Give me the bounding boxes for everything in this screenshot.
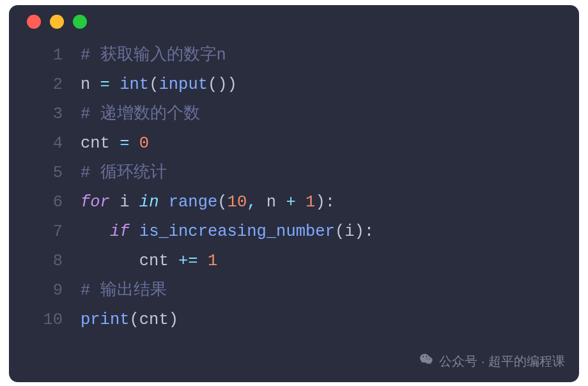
line-number: 5 <box>9 158 81 188</box>
code-content: # 循环统计 <box>81 158 579 188</box>
wechat-icon <box>419 352 434 371</box>
token: input <box>159 75 208 94</box>
token: , <box>247 193 256 212</box>
token <box>296 193 306 212</box>
code-line: 6for i in range(10, n + 1): <box>9 188 579 217</box>
line-number: 3 <box>9 100 81 129</box>
window-titlebar <box>9 5 579 38</box>
code-content: for i in range(10, n + 1): <box>81 188 579 217</box>
token <box>81 222 110 241</box>
line-number: 6 <box>9 188 81 217</box>
watermark-text: 公众号 · 超平的编程课 <box>439 353 565 370</box>
code-content: # 递增数的个数 <box>81 100 579 129</box>
code-line: 7 if is_increasing_number(i): <box>9 217 579 247</box>
token: + <box>286 193 295 212</box>
token: 0 <box>139 134 149 153</box>
token: (cnt) <box>130 311 179 329</box>
token: 1 <box>306 193 315 212</box>
code-content: cnt = 0 <box>81 129 579 158</box>
token <box>130 222 139 241</box>
line-number: 1 <box>9 41 81 70</box>
token: # 获取输入的数字n <box>81 46 226 65</box>
token: ( <box>217 193 227 212</box>
token: = <box>100 75 110 94</box>
code-content: # 获取输入的数字n <box>81 41 579 70</box>
code-content: # 输出结果 <box>81 276 579 305</box>
token: i <box>110 193 139 212</box>
token: n <box>81 75 100 94</box>
code-line: 4cnt = 0 <box>9 129 579 158</box>
token <box>198 252 208 270</box>
token <box>130 134 139 153</box>
token: range <box>169 193 218 212</box>
token: int <box>120 75 149 94</box>
token: cnt <box>81 252 178 270</box>
line-number: 2 <box>9 70 81 100</box>
code-line: 9# 输出结果 <box>9 276 579 305</box>
code-content: print(cnt) <box>81 305 579 335</box>
code-line: 8 cnt += 1 <box>9 247 579 276</box>
maximize-icon[interactable] <box>73 15 87 29</box>
line-number: 8 <box>9 247 81 276</box>
token: # 循环统计 <box>81 164 167 182</box>
token <box>159 193 168 212</box>
token: cnt <box>81 134 120 153</box>
code-line: 1# 获取输入的数字n <box>9 41 579 70</box>
code-content: n = int(input()) <box>81 70 579 100</box>
token: ( <box>149 75 159 94</box>
minimize-icon[interactable] <box>50 15 64 29</box>
token <box>110 75 120 94</box>
token: # 递增数的个数 <box>81 105 200 123</box>
token: ()) <box>208 75 237 94</box>
token: (i): <box>335 222 374 241</box>
watermark: 公众号 · 超平的编程课 <box>419 352 565 371</box>
code-line: 5# 循环统计 <box>9 158 579 188</box>
code-block: 1# 获取输入的数字n2n = int(input())3# 递增数的个数4cn… <box>9 38 579 335</box>
code-line: 10print(cnt) <box>9 305 579 335</box>
token: for <box>81 193 110 212</box>
code-content: cnt += 1 <box>81 247 579 276</box>
token: # 输出结果 <box>81 281 167 300</box>
token: ): <box>315 193 335 212</box>
line-number: 4 <box>9 129 81 158</box>
token: if <box>110 222 130 241</box>
close-icon[interactable] <box>27 15 41 29</box>
code-window: 1# 获取输入的数字n2n = int(input())3# 递增数的个数4cn… <box>9 5 579 382</box>
token: 10 <box>228 193 247 212</box>
line-number: 10 <box>9 305 81 335</box>
line-number: 7 <box>9 217 81 247</box>
token: += <box>178 252 198 270</box>
code-line: 3# 递增数的个数 <box>9 100 579 129</box>
token: is_increasing_number <box>139 222 335 241</box>
code-content: if is_increasing_number(i): <box>81 217 579 247</box>
line-number: 9 <box>9 276 81 305</box>
token: n <box>257 193 286 212</box>
code-line: 2n = int(input()) <box>9 70 579 100</box>
token: = <box>120 134 129 153</box>
token: print <box>81 311 130 329</box>
token: in <box>139 193 159 212</box>
token: 1 <box>208 252 217 270</box>
